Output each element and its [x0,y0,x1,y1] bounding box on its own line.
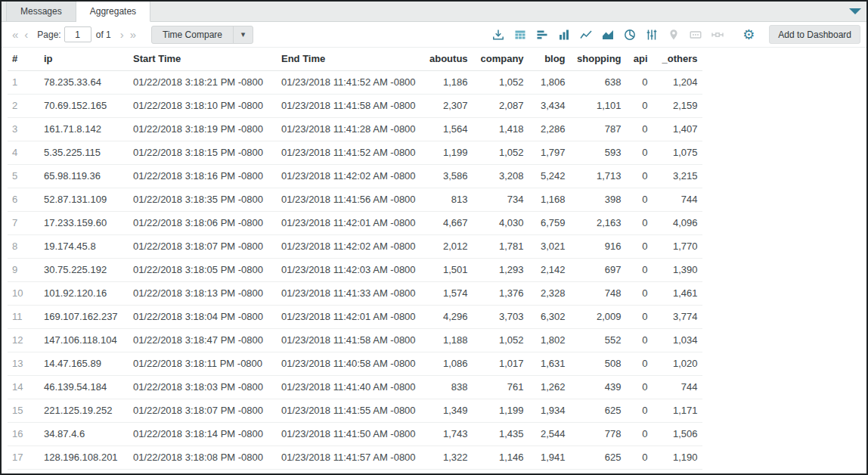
area-chart-icon[interactable] [599,26,617,44]
cell-ip: 65.98.119.36 [39,164,129,188]
last-page-button[interactable]: » [127,27,139,42]
cell-aboutus: 1,186 [425,70,473,94]
column-header-api[interactable]: api [626,48,653,70]
cell-shopping: 625 [570,446,626,469]
time-compare-label: Time Compare [152,26,233,43]
cell-others: 3,774 [653,305,702,328]
settings-gear-icon[interactable]: ⚙ [739,26,758,44]
next-page-button[interactable]: › [117,27,127,42]
cell-ip: 34.87.4.6 [39,422,129,446]
table-row[interactable]: 1634.87.4.601/22/2018 3:18:14 PM -080001… [8,422,702,446]
box-plot-icon[interactable] [643,26,661,44]
cell-start-time: 01/22/2018 3:18:07 PM -0800 [129,234,277,258]
table-view-icon[interactable] [511,26,529,44]
table-row[interactable]: 270.69.152.16501/22/2018 3:18:10 PM -080… [8,94,702,117]
cell-aboutus: 4,667 [425,211,473,234]
cell-aboutus: 2,307 [425,94,473,117]
column-chart-icon[interactable] [555,26,573,44]
bar-chart-icon[interactable] [533,26,551,44]
table-row[interactable]: 717.233.159.6001/22/2018 3:18:06 PM -080… [8,211,702,234]
cell-end-time: 01/23/2018 11:41:56 AM -0800 [277,188,425,211]
cell-others: 1,770 [653,234,702,258]
cell-ip: 147.106.118.104 [39,328,129,352]
table-row[interactable]: 11169.107.162.23701/22/2018 3:18:04 PM -… [8,305,702,328]
column-header-start-time[interactable]: Start Time [129,48,277,70]
line-chart-icon[interactable] [577,26,595,44]
add-to-dashboard-button[interactable]: Add to Dashboard [769,25,860,44]
cell-company: 1,052 [473,70,529,94]
table-body: 178.235.33.6401/22/2018 3:18:21 PM -0800… [8,70,702,469]
cell-start-time: 01/22/2018 3:18:06 PM -0800 [129,211,277,234]
cell-others: 744 [653,375,702,399]
column-header-shopping[interactable]: shopping [570,48,626,70]
table-row[interactable]: 45.35.225.11501/22/2018 3:18:15 PM -0800… [8,141,702,164]
cell-start-time: 01/22/2018 3:18:07 PM -0800 [129,399,277,422]
cell-blog: 1,806 [529,70,570,94]
table-row[interactable]: 12147.106.118.10401/22/2018 3:18:47 PM -… [8,328,702,352]
cell-ip: 70.69.152.165 [39,94,129,117]
time-compare-button[interactable]: Time Compare ▾ [151,26,253,44]
cell-start-time: 01/22/2018 3:18:08 PM -0800 [129,446,277,469]
cell-blog: 1,262 [529,375,570,399]
export-icon[interactable] [489,26,507,44]
page-number-input[interactable] [64,26,91,42]
cell-row-number: 6 [8,188,39,211]
cell-row-number: 8 [8,234,39,258]
column-header-ip[interactable]: ip [39,48,129,70]
cell-company: 3,208 [473,164,529,188]
table-row[interactable]: 819.174.45.801/22/2018 3:18:07 PM -08000… [8,234,702,258]
table-row[interactable]: 930.75.225.19201/22/2018 3:18:05 PM -080… [8,258,702,281]
tab-aggregates[interactable]: Aggregates [76,2,150,22]
cell-aboutus: 2,012 [425,234,473,258]
table-row[interactable]: 652.87.131.10901/22/2018 3:18:35 PM -080… [8,188,702,211]
pie-chart-icon[interactable] [621,26,639,44]
cell-ip: 5.35.225.115 [39,141,129,164]
table-row[interactable]: 3161.71.8.14201/22/2018 3:18:19 PM -0800… [8,117,702,141]
cell-row-number: 17 [8,446,39,469]
cell-blog: 3,021 [529,234,570,258]
cell-start-time: 01/22/2018 3:18:04 PM -0800 [129,305,277,328]
table-row[interactable]: 565.98.119.3601/22/2018 3:18:16 PM -0800… [8,164,702,188]
column-header-row-number[interactable]: # [8,48,39,70]
column-header-others[interactable]: _others [653,48,702,70]
cell-row-number: 2 [8,94,39,117]
column-header-aboutus[interactable]: aboutus [425,48,473,70]
cell-blog: 1,797 [529,141,570,164]
previous-page-button[interactable]: ‹ [21,27,31,42]
cell-others: 1,506 [653,422,702,446]
cell-company: 1,435 [473,422,529,446]
cell-shopping: 697 [570,258,626,281]
cell-others: 1,020 [653,352,702,375]
cell-row-number: 5 [8,164,39,188]
table-row[interactable]: 1446.139.54.18401/22/2018 3:18:03 PM -08… [8,375,702,399]
cell-aboutus: 3,586 [425,164,473,188]
cell-blog: 6,759 [529,211,570,234]
collapse-panel-icon[interactable] [849,8,861,14]
cell-end-time: 01/23/2018 11:40:58 AM -0800 [277,352,425,375]
column-header-blog[interactable]: blog [529,48,570,70]
cell-company: 761 [473,375,529,399]
cell-aboutus: 813 [425,188,473,211]
cell-blog: 5,242 [529,164,570,188]
time-compare-dropdown[interactable]: ▾ [233,26,253,43]
cell-blog: 6,302 [529,305,570,328]
cell-blog: 1,941 [529,446,570,469]
cell-end-time: 01/23/2018 11:41:58 AM -0800 [277,94,425,117]
cell-row-number: 10 [8,281,39,305]
cell-others: 1,034 [653,328,702,352]
search-results-window: Messages Aggregates « ‹ Page: of 1 › » T… [0,0,868,475]
first-page-button[interactable]: « [9,27,21,42]
aggregates-table-area: #ipStart TimeEnd Timeaboutuscompanyblogs… [2,48,866,473]
column-header-end-time[interactable]: End Time [277,48,425,70]
cell-row-number: 9 [8,258,39,281]
table-row[interactable]: 1314.47.165.8901/22/2018 3:18:11 PM -080… [8,352,702,375]
table-row[interactable]: 178.235.33.6401/22/2018 3:18:21 PM -0800… [8,70,702,94]
table-row[interactable]: 10101.92.120.1601/22/2018 3:18:13 PM -08… [8,281,702,305]
table-row[interactable]: 17128.196.108.20101/22/2018 3:18:08 PM -… [8,446,702,469]
cell-shopping: 2,009 [570,305,626,328]
column-header-company[interactable]: company [473,48,529,70]
tab-messages[interactable]: Messages [6,2,76,21]
cell-api: 0 [626,141,653,164]
cell-ip: 14.47.165.89 [39,352,129,375]
table-row[interactable]: 15221.125.19.25201/22/2018 3:18:07 PM -0… [8,399,702,422]
